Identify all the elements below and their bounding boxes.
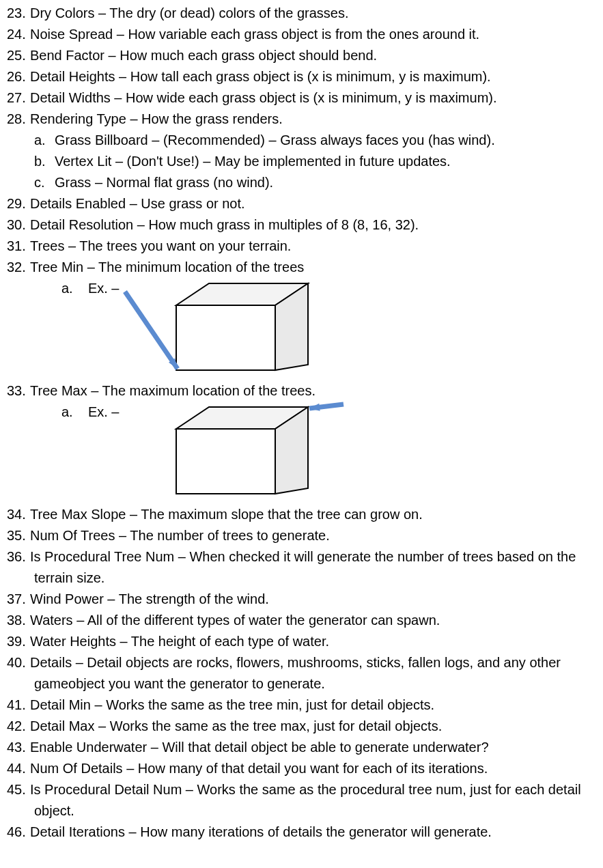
item-number: 31. bbox=[7, 236, 30, 257]
sub-item-lead: a. Ex. – bbox=[7, 402, 122, 423]
item-text: Enable Underwater – Will that detail obj… bbox=[30, 740, 489, 755]
list-item: 25.Bend Factor – How much each grass obj… bbox=[7, 45, 596, 66]
item-text: Is Procedural Tree Num – When checked it… bbox=[30, 549, 576, 585]
cube-diagram-max-icon bbox=[122, 402, 347, 504]
list-item: 29.Details Enabled – Use grass or not. bbox=[7, 193, 596, 214]
numbered-list: 23.Dry Colors – The dry (or dead) colors… bbox=[7, 3, 596, 843]
sub-list: a.Grass Billboard – (Recommended) – Gras… bbox=[7, 130, 596, 193]
list-item: 46.Detail Iterations – How many iteratio… bbox=[7, 822, 596, 843]
item-text: Rendering Type – How the grass renders. bbox=[30, 111, 283, 126]
item-number: 34. bbox=[7, 504, 30, 525]
item-number: 35. bbox=[7, 525, 30, 546]
item-text: Tree Min – The minimum location of the t… bbox=[30, 260, 304, 275]
item-number: 29. bbox=[7, 193, 30, 214]
item-number: 42. bbox=[7, 716, 30, 737]
item-number: 44. bbox=[7, 758, 30, 779]
sub-item-lead: a. Ex. – bbox=[7, 278, 122, 299]
item-number: 30. bbox=[7, 214, 30, 236]
sub-list-item: c.Grass – Normal flat grass (no wind). bbox=[34, 172, 596, 193]
item-number: 40. bbox=[7, 652, 30, 673]
list-item: 35.Num Of Trees – The number of trees to… bbox=[7, 525, 596, 546]
item-text: Waters – All of the different types of w… bbox=[30, 613, 440, 628]
item-number: 23. bbox=[7, 3, 30, 24]
list-item: 34.Tree Max Slope – The maximum slope th… bbox=[7, 504, 596, 525]
list-item: 24.Noise Spread – How variable each gras… bbox=[7, 24, 596, 45]
list-item: 44.Num Of Details – How many of that det… bbox=[7, 758, 596, 779]
sub-list-item: a.Grass Billboard – (Recommended) – Gras… bbox=[34, 130, 596, 151]
list-item: 40.Details – Detail objects are rocks, f… bbox=[7, 652, 596, 695]
list-item: 33.Tree Max – The maximum location of th… bbox=[7, 380, 596, 402]
list-item: 26.Detail Heights – How tall each grass … bbox=[7, 66, 596, 87]
sub-item-number: c. bbox=[34, 172, 55, 193]
item-text: Wind Power – The strength of the wind. bbox=[30, 591, 269, 606]
figure-row: a. Ex. – bbox=[7, 402, 596, 504]
sub-item-text: Vertex Lit – (Don't Use!) – May be imple… bbox=[55, 154, 451, 169]
item-number: 41. bbox=[7, 695, 30, 716]
cube-figure bbox=[122, 278, 347, 380]
item-number: 45. bbox=[7, 779, 30, 800]
item-text: Tree Max – The maximum location of the t… bbox=[30, 383, 315, 398]
item-text: Detail Max – Works the same as the tree … bbox=[30, 718, 442, 733]
list-item: 23.Dry Colors – The dry (or dead) colors… bbox=[7, 3, 596, 24]
item-text: Details – Detail objects are rocks, flow… bbox=[30, 655, 561, 691]
item-text: Num Of Trees – The number of trees to ge… bbox=[30, 528, 330, 543]
item-text: Num Of Details – How many of that detail… bbox=[30, 761, 488, 776]
list-item: 41.Detail Min – Works the same as the tr… bbox=[7, 695, 596, 716]
item-number: 27. bbox=[7, 87, 30, 109]
item-number: 33. bbox=[7, 380, 30, 402]
item-number: 37. bbox=[7, 589, 30, 610]
list-item: 36.Is Procedural Tree Num – When checked… bbox=[7, 546, 596, 589]
list-item: 31.Trees – The trees you want on your te… bbox=[7, 236, 596, 257]
item-number: 32. bbox=[7, 257, 30, 278]
item-number: 26. bbox=[7, 66, 30, 87]
item-text: Bend Factor – How much each grass object… bbox=[30, 48, 377, 63]
item-text: Details Enabled – Use grass or not. bbox=[30, 196, 245, 211]
cube-diagram-min-icon bbox=[122, 278, 347, 380]
list-item: 45.Is Procedural Detail Num – Works the … bbox=[7, 779, 596, 822]
item-text: Detail Iterations – How many iterations … bbox=[30, 824, 492, 839]
list-item: 28.Rendering Type – How the grass render… bbox=[7, 109, 596, 130]
item-text: Tree Max Slope – The maximum slope that … bbox=[30, 507, 423, 522]
item-text: Detail Resolution – How much grass in mu… bbox=[30, 217, 419, 232]
item-number: 25. bbox=[7, 45, 30, 66]
item-number: 24. bbox=[7, 24, 30, 45]
list-item: 37.Wind Power – The strength of the wind… bbox=[7, 589, 596, 610]
item-number: 46. bbox=[7, 822, 30, 843]
item-number: 43. bbox=[7, 737, 30, 758]
sub-list-item: b.Vertex Lit – (Don't Use!) – May be imp… bbox=[34, 151, 596, 172]
item-number: 39. bbox=[7, 631, 30, 652]
item-text: Noise Spread – How variable each grass o… bbox=[30, 27, 479, 42]
list-item: 39.Water Heights – The height of each ty… bbox=[7, 631, 596, 652]
item-number: 36. bbox=[7, 546, 30, 568]
sub-item-text: Grass – Normal flat grass (no wind). bbox=[55, 175, 273, 190]
item-text: Detail Widths – How wide each grass obje… bbox=[30, 90, 497, 105]
item-text: Detail Min – Works the same as the tree … bbox=[30, 697, 434, 712]
item-text: Is Procedural Detail Num – Works the sam… bbox=[30, 782, 581, 818]
figure-row: a. Ex. – bbox=[7, 278, 596, 380]
item-text: Dry Colors – The dry (or dead) colors of… bbox=[30, 5, 348, 20]
svg-line-0 bbox=[125, 292, 178, 369]
item-text: Detail Heights – How tall each grass obj… bbox=[30, 69, 491, 84]
item-number: 28. bbox=[7, 109, 30, 130]
list-item: 27.Detail Widths – How wide each grass o… bbox=[7, 87, 596, 109]
item-text: Trees – The trees you want on your terra… bbox=[30, 238, 291, 253]
item-text: Water Heights – The height of each type … bbox=[30, 634, 329, 649]
cube-figure bbox=[122, 402, 347, 504]
list-item: 32.Tree Min – The minimum location of th… bbox=[7, 257, 596, 278]
list-item: 43.Enable Underwater – Will that detail … bbox=[7, 737, 596, 758]
sub-item-text: Grass Billboard – (Recommended) – Grass … bbox=[55, 132, 495, 148]
sub-item-number: a. bbox=[34, 130, 55, 151]
list-item: 30.Detail Resolution – How much grass in… bbox=[7, 214, 596, 236]
list-item: 38.Waters – All of the different types o… bbox=[7, 610, 596, 631]
sub-item-number: b. bbox=[34, 151, 55, 172]
item-number: 38. bbox=[7, 610, 30, 631]
list-item: 42.Detail Max – Works the same as the tr… bbox=[7, 716, 596, 737]
